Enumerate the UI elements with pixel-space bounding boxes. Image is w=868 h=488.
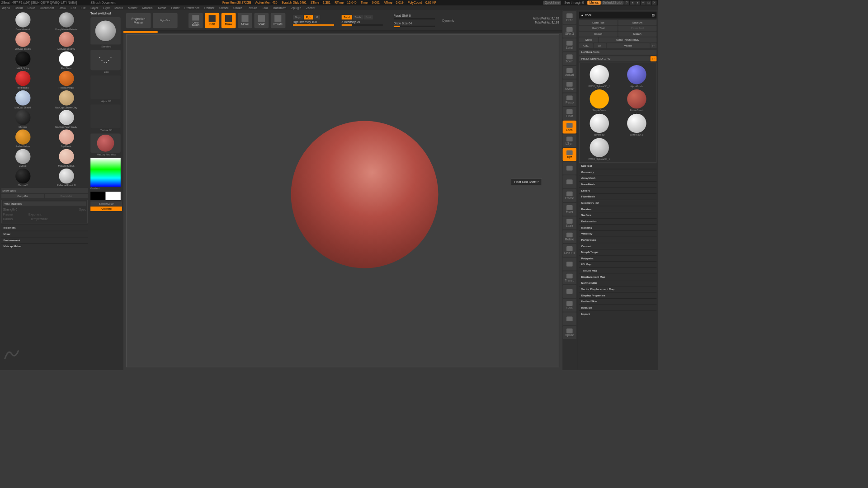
switch-color-button[interactable]: SwitchColor (90, 202, 122, 206)
see-through[interactable]: See-through 0 (564, 1, 584, 5)
shelf-xpose[interactable]: Xpose (563, 326, 576, 339)
menu-item[interactable]: Document (40, 6, 54, 10)
save-as-button[interactable]: Save As (618, 20, 656, 25)
shelf-tool[interactable] (563, 285, 576, 298)
zcut-button[interactable]: Zcut (363, 15, 373, 19)
material-item[interactable]: ReflectRed (1, 70, 44, 89)
layout-next-icon[interactable]: ▸ (635, 1, 640, 5)
shelf-zoom[interactable]: Zoom (563, 52, 576, 65)
shelf-aahalf[interactable]: AAHalf (563, 80, 576, 93)
mrgb-button[interactable]: Mrgb (293, 15, 303, 19)
material-item[interactable]: MatCap Pearl Cavity (45, 109, 88, 128)
shelf-transp[interactable]: Transp (563, 271, 576, 284)
shelf-tool[interactable] (563, 312, 576, 325)
quicksave-button[interactable]: QuickSave (543, 1, 561, 5)
draw-size-slider[interactable]: Draw Size 64 (394, 21, 435, 25)
strength-slider[interactable]: Strength 0 (3, 208, 17, 211)
menu-item[interactable]: Render (204, 6, 214, 10)
section-fibermesh[interactable]: FiberMesh (579, 193, 656, 200)
menu-item[interactable]: Zscript (306, 6, 315, 10)
menu-item[interactable]: Tool (262, 6, 268, 10)
section-morph-target[interactable]: Morph Target (579, 249, 656, 255)
section-import[interactable]: Import (579, 311, 656, 317)
material-item[interactable]: Flat Color (45, 51, 88, 70)
export-button[interactable]: Export (618, 32, 656, 37)
section-unified-skin[interactable]: Unified Skin (579, 298, 656, 305)
menu-item[interactable]: Brush (15, 6, 23, 10)
shelf-line-fill[interactable]: Line Fill (563, 244, 576, 257)
shelf-bpr[interactable]: BPR (563, 11, 576, 24)
shelf-scale[interactable]: Scale (563, 216, 576, 230)
menu-item[interactable]: Macro (114, 6, 123, 10)
section-contact[interactable]: Contact (579, 243, 656, 249)
menu-item[interactable]: Marker (128, 6, 137, 10)
texture-thumb[interactable] (90, 104, 121, 128)
goz-visible-button[interactable]: Visible (607, 43, 650, 48)
timeline-scrubber[interactable] (123, 31, 158, 33)
menus-button[interactable]: Menus (587, 1, 601, 5)
section-polypaint[interactable]: Polypaint (579, 255, 656, 262)
goz-r-button[interactable]: R (651, 43, 657, 48)
material-item[interactable]: ReflectedPlasticB (45, 168, 88, 187)
material-item[interactable]: MatCap Skin06 (45, 148, 88, 167)
draw-button[interactable]: Draw (222, 13, 236, 28)
section-texture-map[interactable]: Texture Map (579, 267, 656, 274)
section-polygroups[interactable]: Polygroups (579, 237, 656, 243)
scale-button[interactable]: Scale (254, 13, 269, 28)
material-item[interactable]: MAH_Shiny (1, 51, 44, 70)
brush-thumb[interactable] (90, 17, 121, 45)
menu-item[interactable]: Light (103, 6, 110, 10)
menu-item[interactable]: Color (28, 6, 35, 10)
section-displacement-map[interactable]: Displacement Map (579, 274, 656, 280)
material-item[interactable]: ToyPlastic (45, 129, 88, 148)
section-display-properties[interactable]: Display Properties (579, 292, 656, 299)
section-arraymesh[interactable]: ArrayMesh (579, 175, 656, 181)
focal-shift-slider[interactable]: Focal Shift 0 (394, 14, 435, 18)
menu-item[interactable]: Zplugin (291, 6, 301, 10)
zadd-button[interactable]: Zadd (341, 15, 352, 19)
move-button[interactable]: Move (238, 13, 252, 28)
close-icon[interactable]: ✕ (652, 1, 657, 5)
tool-r-button[interactable]: R (651, 56, 657, 61)
section-subtool[interactable]: SubTool (579, 163, 656, 169)
rgb-button[interactable]: Rgb (304, 15, 313, 19)
quicksketch-button[interactable]: Quick Sketch (189, 13, 203, 28)
section-nanomesh[interactable]: NanoMesh (579, 181, 656, 188)
tool-thumb[interactable]: Sphere3D_1 (619, 114, 654, 136)
alternate-button[interactable]: Alternate (90, 206, 122, 211)
tool-thumb[interactable]: EraserBrush (619, 89, 654, 112)
load-tool-button[interactable]: Load Tool (579, 20, 618, 25)
section-initialize[interactable]: Initialize (579, 305, 656, 311)
m-button[interactable]: M (314, 15, 320, 19)
shelf-actual[interactable]: Actual (563, 66, 576, 79)
wax-header[interactable]: Wax Modifiers (3, 202, 86, 206)
material-thumb[interactable] (90, 134, 121, 153)
material-item[interactable]: MatCap LBrownClay (45, 90, 88, 109)
help-icon[interactable]: ? (624, 1, 629, 5)
goz-all-button[interactable]: All (594, 43, 606, 48)
material-item[interactable]: MatCap Sculpy2 (45, 31, 88, 50)
gradient-toggle[interactable]: Gradient (90, 188, 122, 190)
minimize-icon[interactable]: ─ (641, 1, 646, 5)
shelf-rotate[interactable]: Rotate (563, 230, 576, 243)
tool-panel-header[interactable]: ◂Tool⊡ (579, 12, 656, 19)
menu-item[interactable]: Alpha (2, 6, 10, 10)
menu-item[interactable]: Layer (90, 6, 98, 10)
menu-item[interactable]: Stencil (219, 6, 228, 10)
material-item[interactable]: BasicMaterial (1, 12, 44, 31)
menu-item[interactable]: Picker (171, 6, 179, 10)
shelf-xyz[interactable]: Xyz (563, 148, 576, 161)
section-deformation[interactable]: Deformation (579, 218, 656, 225)
section-uv-map[interactable]: UV Map (579, 261, 656, 267)
section[interactable]: Environment (1, 237, 88, 244)
section[interactable]: Mixer (1, 231, 88, 237)
lightbox-tools[interactable]: Lightbox▸Tools (579, 50, 656, 55)
color-picker[interactable] (90, 158, 121, 187)
material-item[interactable]: BumpViewerMaterial (45, 12, 88, 31)
swatch-secondary[interactable] (90, 192, 105, 200)
material-item[interactable]: ZMetal (1, 148, 44, 167)
rgb-intensity-slider[interactable]: Rgb Intensity 100 (293, 20, 334, 24)
menu-item[interactable]: Movie (158, 6, 166, 10)
section[interactable]: Matcap Maker (1, 243, 88, 249)
import-button[interactable]: Import (579, 32, 618, 37)
